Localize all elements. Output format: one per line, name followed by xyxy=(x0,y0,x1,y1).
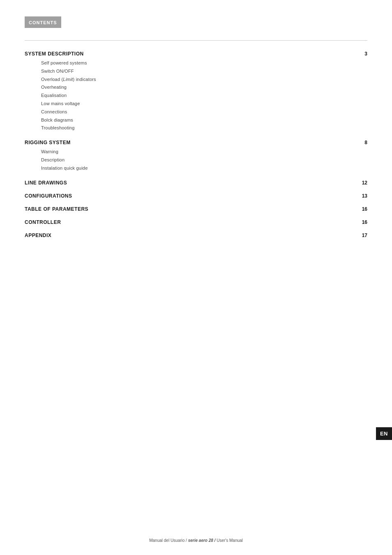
section-page-system-description: 3 xyxy=(364,51,367,57)
section-page-controller: 16 xyxy=(362,219,367,225)
section-title-table-of-parameters: TABLE OF PARAMETERS xyxy=(25,206,88,212)
section-page-table-of-parameters: 16 xyxy=(362,206,367,212)
section-title-line-drawings: LINE DRAWINGS xyxy=(25,180,67,186)
list-item: Troubleshooting xyxy=(41,124,367,132)
section-title-system-description: SYSTEM DESCRIPTION xyxy=(25,51,84,57)
list-item: Equalisation xyxy=(41,92,367,100)
list-item: Connections xyxy=(41,108,367,116)
toc-list: SYSTEM DESCRIPTION 3 Self powered system… xyxy=(25,51,367,238)
list-item: Low mains voltage xyxy=(41,100,367,108)
toc-entry-configurations: CONFIGURATIONS 13 xyxy=(25,193,367,199)
list-item: Warning xyxy=(41,148,367,156)
divider-line xyxy=(25,40,367,41)
list-item: Switch ON/OFF xyxy=(41,67,367,76)
section-row-line-drawings: LINE DRAWINGS 12 xyxy=(25,180,367,186)
section-row-system-description: SYSTEM DESCRIPTION 3 xyxy=(25,51,367,57)
contents-title: CONTENTS xyxy=(29,20,57,25)
section-row-appendix: APPENDIX 17 xyxy=(25,233,367,238)
list-item: Self powered systems xyxy=(41,59,367,67)
list-item: Instalation quick guide xyxy=(41,164,367,173)
list-item: Overload (Limit) indicators xyxy=(41,76,367,84)
toc-entry-appendix: APPENDIX 17 xyxy=(25,233,367,238)
list-item: Description xyxy=(41,156,367,164)
section-row-table-of-parameters: TABLE OF PARAMETERS 16 xyxy=(25,206,367,212)
section-page-line-drawings: 12 xyxy=(362,180,367,186)
contents-header: CONTENTS xyxy=(25,16,61,28)
toc-entry-system-description: SYSTEM DESCRIPTION 3 Self powered system… xyxy=(25,51,367,132)
section-row-configurations: CONFIGURATIONS 13 xyxy=(25,193,367,199)
list-item: Overheating xyxy=(41,83,367,92)
section-title-configurations: CONFIGURATIONS xyxy=(25,193,72,199)
section-title-appendix: APPENDIX xyxy=(25,233,51,238)
section-title-controller: CONTROLLER xyxy=(25,219,61,225)
footer: Manual del Usuario / serie aero 28 / Use… xyxy=(0,538,392,543)
section-page-appendix: 17 xyxy=(362,233,367,238)
section-title-rigging-system: RIGGING SYSTEM xyxy=(25,140,71,145)
sub-items-system-description: Self powered systems Switch ON/OFF Overl… xyxy=(41,59,367,132)
toc-entry-line-drawings: LINE DRAWINGS 12 xyxy=(25,180,367,186)
page-container: CONTENTS SYSTEM DESCRIPTION 3 Self power… xyxy=(0,0,392,555)
section-page-rigging-system: 8 xyxy=(364,140,367,145)
footer-text: Manual del Usuario / serie aero 28 / Use… xyxy=(149,538,243,543)
section-row-controller: CONTROLLER 16 xyxy=(25,219,367,225)
list-item: Bolck diagrams xyxy=(41,116,367,124)
section-row-rigging-system: RIGGING SYSTEM 8 xyxy=(25,140,367,145)
section-page-configurations: 13 xyxy=(362,193,367,199)
toc-entry-table-of-parameters: TABLE OF PARAMETERS 16 xyxy=(25,206,367,212)
toc-entry-controller: CONTROLLER 16 xyxy=(25,219,367,225)
toc-entry-rigging-system: RIGGING SYSTEM 8 Warning Description Ins… xyxy=(25,140,367,172)
sub-items-rigging-system: Warning Description Instalation quick gu… xyxy=(41,148,367,172)
en-badge: EN xyxy=(376,427,392,440)
